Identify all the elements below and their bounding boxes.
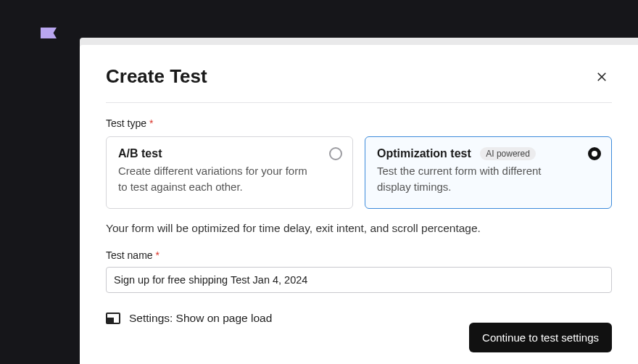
test-type-label: Test type* — [106, 117, 612, 129]
option-opt-title: Optimization test — [377, 147, 471, 160]
option-opt-desc: Test the current form with different dis… — [377, 163, 575, 195]
test-type-options: A/B test Create different variations for… — [106, 136, 612, 209]
test-name-input[interactable] — [106, 267, 612, 293]
brand-flag-icon — [41, 28, 57, 38]
radio-selected-icon — [588, 147, 601, 160]
option-optimization-test[interactable]: Optimization test AI powered Test the cu… — [365, 136, 612, 209]
settings-summary-text: Settings: Show on page load — [129, 312, 272, 325]
option-ab-test[interactable]: A/B test Create different variations for… — [106, 136, 353, 209]
radio-unselected-icon — [329, 147, 342, 160]
test-name-label: Test name* — [106, 249, 612, 261]
divider — [106, 102, 612, 103]
create-test-modal: Create Test Test type* A/B test Create d… — [80, 45, 638, 364]
close-button[interactable] — [592, 67, 612, 87]
required-asterisk: * — [156, 249, 160, 261]
close-icon — [595, 70, 608, 83]
optimization-info-text: Your form will be optimized for time del… — [106, 222, 612, 235]
modal-title: Create Test — [106, 65, 207, 88]
option-ab-title: A/B test — [118, 147, 162, 160]
required-asterisk: * — [149, 117, 153, 129]
continue-button[interactable]: Continue to test settings — [469, 323, 612, 352]
ai-powered-badge: AI powered — [480, 147, 536, 160]
display-settings-icon — [106, 313, 120, 324]
option-ab-desc: Create different variations for your for… — [118, 163, 316, 195]
